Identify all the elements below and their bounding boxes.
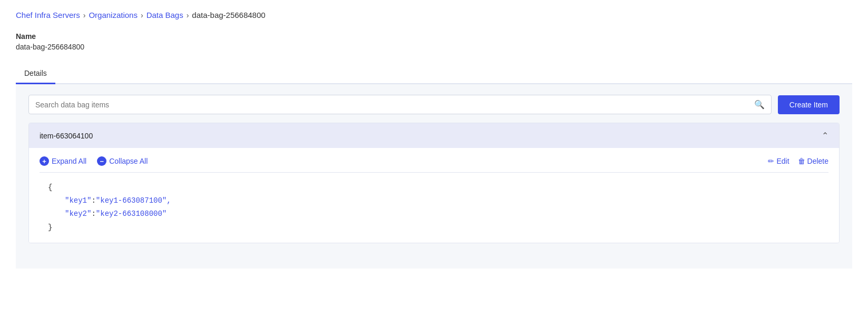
edit-button[interactable]: ✏ Edit [768, 157, 789, 165]
breadcrumb-chef-infra-servers[interactable]: Chef Infra Servers [16, 11, 80, 19]
json-display: { "key1" : "key1-663087100", "key2" : "k… [40, 181, 828, 234]
breadcrumb: Chef Infra Servers › Organizations › Dat… [16, 11, 852, 19]
name-label: Name [16, 32, 852, 41]
edit-pencil-icon: ✏ [768, 157, 774, 165]
search-row: 🔍 Create Item [28, 95, 840, 114]
breadcrumb-sep-1: › [83, 11, 86, 19]
search-input-wrapper: 🔍 [28, 95, 772, 114]
plus-icon: + [40, 156, 49, 166]
accordion-header[interactable]: item-663064100 ⌃ [29, 123, 839, 148]
accordion-body: + Expand All − Collapse All ✏ Edit 🗑 [29, 148, 839, 243]
tab-details[interactable]: Details [16, 64, 55, 84]
breadcrumb-data-bags[interactable]: Data Bags [147, 11, 183, 19]
json-open-brace: { [48, 181, 828, 194]
accordion-item: item-663064100 ⌃ + Expand All − Collapse… [28, 123, 840, 243]
accordion-title: item-663064100 [40, 132, 93, 140]
json-key1-line: "key1" : "key1-663087100", [48, 194, 828, 207]
breadcrumb-organizations[interactable]: Organizations [89, 11, 138, 19]
name-section: Name data-bag-256684800 [16, 32, 852, 51]
breadcrumb-sep-2: › [141, 11, 143, 19]
delete-button[interactable]: 🗑 Delete [798, 157, 828, 165]
json-close-brace: } [48, 221, 828, 234]
breadcrumb-current: data-bag-256684800 [192, 11, 265, 19]
create-item-button[interactable]: Create Item [778, 95, 840, 114]
json-key2-line: "key2" : "key2-663108000" [48, 207, 828, 221]
expand-all-label: Expand All [52, 157, 86, 165]
right-actions: ✏ Edit 🗑 Delete [768, 157, 828, 165]
divider [40, 172, 828, 173]
tabs-container: Details [16, 64, 852, 84]
search-input[interactable] [35, 101, 754, 109]
expand-collapse-row: + Expand All − Collapse All ✏ Edit 🗑 [40, 156, 828, 166]
expand-all-button[interactable]: + Expand All [40, 156, 86, 166]
edit-label: Edit [776, 157, 789, 165]
delete-label: Delete [807, 157, 828, 165]
minus-icon: − [97, 156, 106, 166]
name-value: data-bag-256684800 [16, 43, 852, 51]
collapse-all-button[interactable]: − Collapse All [97, 156, 148, 166]
trash-icon: 🗑 [798, 157, 805, 165]
collapse-all-label: Collapse All [109, 157, 148, 165]
chevron-up-icon: ⌃ [822, 131, 828, 141]
breadcrumb-sep-3: › [187, 11, 189, 19]
search-icon: 🔍 [754, 100, 765, 110]
content-area: 🔍 Create Item item-663064100 ⌃ + Expand … [16, 84, 852, 269]
